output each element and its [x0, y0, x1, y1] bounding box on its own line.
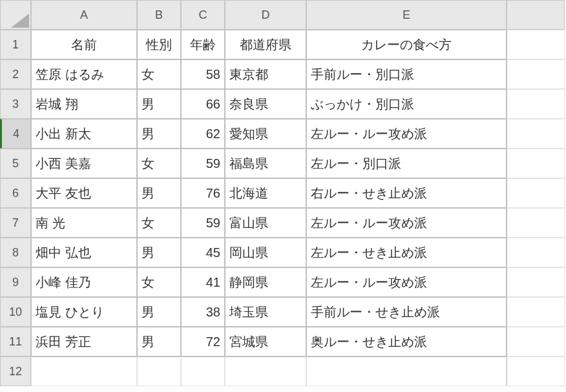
- cell-D4[interactable]: 愛知県: [225, 119, 306, 149]
- cell-C12[interactable]: [181, 356, 225, 386]
- cell-A5[interactable]: 小西 美嘉: [31, 149, 137, 178]
- cell-C6[interactable]: 76: [181, 178, 225, 208]
- cell-D12[interactable]: [225, 356, 306, 386]
- cell-B6[interactable]: 男: [137, 178, 181, 208]
- cell-B4[interactable]: 男: [137, 119, 181, 149]
- cell-A2[interactable]: 笠原 はるみ: [31, 59, 137, 89]
- row-header-1[interactable]: 1: [0, 30, 31, 59]
- cell-D5[interactable]: 福島県: [225, 149, 306, 178]
- cell-B5[interactable]: 女: [137, 149, 181, 178]
- cell-F5[interactable]: [507, 149, 565, 178]
- cell-F10[interactable]: [507, 297, 565, 327]
- cell-C2[interactable]: 58: [181, 59, 225, 89]
- cell-D9[interactable]: 静岡県: [225, 267, 306, 297]
- row-header-4[interactable]: 4: [0, 119, 31, 149]
- spreadsheet[interactable]: A B C D E 1 名前 性別 年齢 都道府県 カレーの食べ方 2 笠原 は…: [0, 0, 566, 386]
- cell-B9[interactable]: 女: [137, 267, 181, 297]
- col-header-B[interactable]: B: [137, 0, 181, 30]
- cell-C4[interactable]: 62: [181, 119, 225, 149]
- row-header-5[interactable]: 5: [0, 149, 31, 178]
- col-header-C[interactable]: C: [181, 0, 225, 30]
- cell-E11[interactable]: 奥ルー・せき止め派: [306, 327, 507, 356]
- cell-A3[interactable]: 岩城 翔: [31, 89, 137, 119]
- cell-E5[interactable]: 左ルー・別口派: [306, 149, 507, 178]
- row-header-8[interactable]: 8: [0, 238, 31, 267]
- row-header-2[interactable]: 2: [0, 59, 31, 89]
- cell-E12[interactable]: [306, 356, 507, 386]
- cell-F1[interactable]: [507, 30, 565, 59]
- cell-C9[interactable]: 41: [181, 267, 225, 297]
- cell-F12[interactable]: [507, 356, 565, 386]
- cell-C7[interactable]: 59: [181, 208, 225, 238]
- cell-D2[interactable]: 東京都: [225, 59, 306, 89]
- cell-A1[interactable]: 名前: [31, 30, 137, 59]
- cell-D7[interactable]: 富山県: [225, 208, 306, 238]
- cell-A11[interactable]: 浜田 芳正: [31, 327, 137, 356]
- cell-E6[interactable]: 右ルー・せき止め派: [306, 178, 507, 208]
- cell-C8[interactable]: 45: [181, 238, 225, 267]
- cell-A9[interactable]: 小峰 佳乃: [31, 267, 137, 297]
- cell-A12[interactable]: [31, 356, 137, 386]
- row-header-9[interactable]: 9: [0, 267, 31, 297]
- cell-F2[interactable]: [507, 59, 565, 89]
- row-header-11[interactable]: 11: [0, 327, 31, 356]
- row-header-6[interactable]: 6: [0, 178, 31, 208]
- cell-B7[interactable]: 女: [137, 208, 181, 238]
- cell-D1[interactable]: 都道府県: [225, 30, 306, 59]
- cell-D6[interactable]: 北海道: [225, 178, 306, 208]
- cell-F9[interactable]: [507, 267, 565, 297]
- cell-F4[interactable]: [507, 119, 565, 149]
- col-header-F[interactable]: [507, 0, 565, 30]
- cell-C5[interactable]: 59: [181, 149, 225, 178]
- cell-E4[interactable]: 左ルー・ルー攻め派: [306, 119, 507, 149]
- col-header-D[interactable]: D: [225, 0, 306, 30]
- cell-B12[interactable]: [137, 356, 181, 386]
- col-header-E[interactable]: E: [306, 0, 507, 30]
- row-header-12[interactable]: 12: [0, 356, 31, 386]
- cell-D11[interactable]: 宮城県: [225, 327, 306, 356]
- row-header-10[interactable]: 10: [0, 297, 31, 327]
- cell-A7[interactable]: 南 光: [31, 208, 137, 238]
- cell-A10[interactable]: 塩見 ひとり: [31, 297, 137, 327]
- cell-C1[interactable]: 年齢: [181, 30, 225, 59]
- cell-C11[interactable]: 72: [181, 327, 225, 356]
- cell-B3[interactable]: 男: [137, 89, 181, 119]
- col-header-A[interactable]: A: [31, 0, 137, 30]
- cell-B2[interactable]: 女: [137, 59, 181, 89]
- cell-F11[interactable]: [507, 327, 565, 356]
- cell-F8[interactable]: [507, 238, 565, 267]
- cell-E9[interactable]: 左ルー・ルー攻め派: [306, 267, 507, 297]
- cell-A8[interactable]: 畑中 弘也: [31, 238, 137, 267]
- cell-B11[interactable]: 男: [137, 327, 181, 356]
- cell-E10[interactable]: 手前ルー・せき止め派: [306, 297, 507, 327]
- row-header-7[interactable]: 7: [0, 208, 31, 238]
- cell-B1[interactable]: 性別: [137, 30, 181, 59]
- cell-B10[interactable]: 男: [137, 297, 181, 327]
- cell-F3[interactable]: [507, 89, 565, 119]
- cell-A4[interactable]: 小出 新太: [31, 119, 137, 149]
- cell-D10[interactable]: 埼玉県: [225, 297, 306, 327]
- cell-B8[interactable]: 男: [137, 238, 181, 267]
- cell-E2[interactable]: 手前ルー・別口派: [306, 59, 507, 89]
- cell-C10[interactable]: 38: [181, 297, 225, 327]
- cell-F7[interactable]: [507, 208, 565, 238]
- cell-A6[interactable]: 大平 友也: [31, 178, 137, 208]
- cell-E8[interactable]: 左ルー・せき止め派: [306, 238, 507, 267]
- cell-E7[interactable]: 左ルー・ルー攻め派: [306, 208, 507, 238]
- row-header-3[interactable]: 3: [0, 89, 31, 119]
- select-all-corner[interactable]: [0, 0, 31, 30]
- cell-C3[interactable]: 66: [181, 89, 225, 119]
- cell-E1[interactable]: カレーの食べ方: [306, 30, 507, 59]
- cell-D8[interactable]: 岡山県: [225, 238, 306, 267]
- cell-F6[interactable]: [507, 178, 565, 208]
- cell-E3[interactable]: ぶっかけ・別口派: [306, 89, 507, 119]
- cell-D3[interactable]: 奈良県: [225, 89, 306, 119]
